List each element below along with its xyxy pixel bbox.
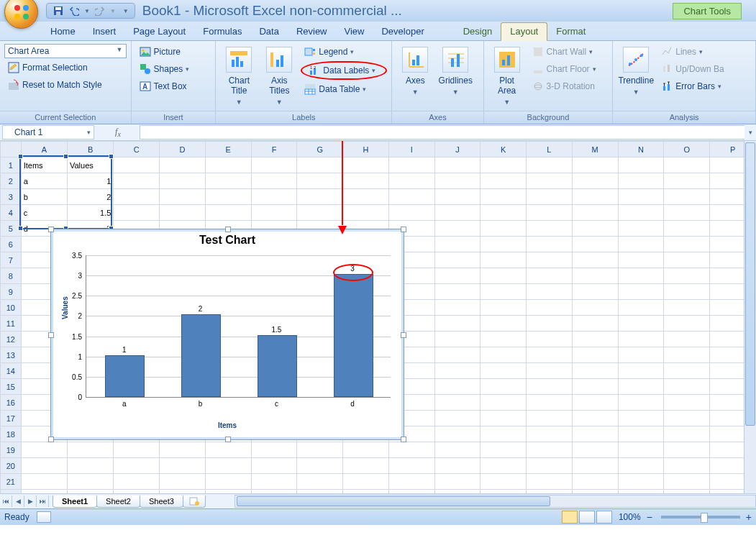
- error-bars-button[interactable]: Error Bars: [657, 78, 727, 94]
- row-header[interactable]: 6: [1, 237, 22, 252]
- column-header[interactable]: A: [21, 142, 67, 157]
- tab-data[interactable]: Data: [250, 23, 287, 40]
- undo-icon[interactable]: [68, 5, 80, 17]
- chart-title[interactable]: Test Chart: [57, 234, 398, 247]
- row-header[interactable]: 12: [1, 332, 22, 347]
- axes-button[interactable]: Axes▼: [396, 44, 434, 111]
- tab-page-layout[interactable]: Page Layout: [124, 23, 194, 40]
- qat-customize-icon[interactable]: ▼: [123, 8, 129, 14]
- row-header[interactable]: 5: [1, 221, 22, 237]
- column-header[interactable]: L: [527, 142, 573, 157]
- view-page-break-button[interactable]: [596, 511, 612, 524]
- formula-bar-expand-icon[interactable]: ▾: [744, 129, 756, 136]
- redo-dropdown-icon[interactable]: ▼: [110, 8, 116, 14]
- plot-area-button[interactable]: Plot Area▼: [488, 44, 526, 111]
- zoom-out-button[interactable]: −: [647, 511, 652, 523]
- row-header[interactable]: 10: [1, 300, 22, 316]
- undo-dropdown-icon[interactable]: ▼: [84, 8, 90, 14]
- picture-button[interactable]: Picture: [136, 44, 193, 60]
- format-selection-button[interactable]: Format Selection: [4, 60, 127, 76]
- tab-layout[interactable]: Layout: [501, 22, 547, 41]
- sheet-tab[interactable]: Sheet2: [96, 496, 140, 508]
- axis-titles-button[interactable]: Axis Titles▼: [260, 44, 298, 111]
- trendline-button[interactable]: Trendline▼: [617, 44, 655, 111]
- row-header[interactable]: 1: [1, 157, 22, 173]
- cell[interactable]: 2: [67, 189, 113, 205]
- chart-title-button[interactable]: Chart Title▼: [220, 44, 258, 111]
- shapes-button[interactable]: Shapes: [136, 61, 193, 77]
- column-header[interactable]: D: [160, 142, 206, 157]
- vertical-scrollbar[interactable]: [744, 141, 756, 493]
- sheet-tab[interactable]: Sheet3: [140, 496, 183, 508]
- tab-developer[interactable]: Developer: [373, 23, 432, 40]
- column-header[interactable]: C: [114, 142, 160, 157]
- row-header[interactable]: 7: [1, 252, 22, 268]
- tab-view[interactable]: View: [336, 23, 373, 40]
- zoom-level[interactable]: 100%: [619, 512, 641, 522]
- text-box-button[interactable]: AText Box: [136, 78, 193, 94]
- column-header[interactable]: B: [67, 142, 113, 157]
- row-header[interactable]: 8: [1, 268, 22, 284]
- chart-data-label[interactable]: 2: [199, 305, 203, 313]
- data-labels-button[interactable]: 1 2Data Labels: [305, 63, 383, 78]
- cell[interactable]: b: [21, 189, 67, 205]
- gridlines-button[interactable]: Gridlines▼: [437, 44, 474, 111]
- row-header[interactable]: 21: [1, 474, 22, 490]
- view-normal-button[interactable]: [562, 511, 578, 524]
- row-header[interactable]: 2: [1, 173, 22, 189]
- reset-to-match-style-button[interactable]: Reset to Match Style: [4, 77, 127, 93]
- macro-record-icon[interactable]: [37, 511, 51, 523]
- row-header[interactable]: 20: [1, 458, 22, 474]
- sheet-tab[interactable]: Sheet1: [53, 496, 97, 508]
- sheet-nav-prev[interactable]: ◀: [12, 496, 24, 507]
- tab-home[interactable]: Home: [42, 23, 84, 40]
- legend-button[interactable]: Legend: [301, 44, 387, 60]
- name-box[interactable]: Chart 1: [2, 125, 94, 140]
- sheet-nav-next[interactable]: ▶: [24, 496, 37, 507]
- tab-review[interactable]: Review: [288, 23, 336, 40]
- chart-x-axis-label[interactable]: Items: [218, 421, 237, 429]
- column-header[interactable]: I: [388, 142, 434, 157]
- row-header[interactable]: 4: [1, 205, 22, 221]
- sheet-nav-last[interactable]: ⏭: [37, 496, 49, 507]
- column-header[interactable]: K: [481, 142, 527, 157]
- chart-data-label[interactable]: 1.5: [271, 326, 281, 334]
- sheet-nav-first[interactable]: ⏮: [0, 496, 12, 507]
- column-header[interactable]: N: [618, 142, 664, 157]
- select-all-cell[interactable]: [1, 142, 22, 157]
- tab-formulas[interactable]: Formulas: [194, 23, 250, 40]
- view-page-layout-button[interactable]: [579, 511, 595, 524]
- row-header[interactable]: 11: [1, 316, 22, 332]
- chart-element-selector[interactable]: Chart Area▼: [4, 44, 127, 58]
- zoom-in-button[interactable]: +: [746, 511, 752, 523]
- chart-y-axis-label[interactable]: Values: [61, 296, 69, 319]
- tab-insert[interactable]: Insert: [84, 23, 125, 40]
- column-header[interactable]: M: [572, 142, 618, 157]
- cell[interactable]: c: [21, 205, 67, 221]
- cell[interactable]: 1: [67, 173, 113, 189]
- chart-bar[interactable]: [334, 274, 373, 397]
- column-header[interactable]: E: [205, 142, 251, 157]
- row-header[interactable]: 3: [1, 189, 22, 205]
- row-header[interactable]: 22: [1, 490, 22, 494]
- column-header[interactable]: G: [297, 142, 343, 157]
- column-header[interactable]: F: [251, 142, 297, 157]
- tab-design[interactable]: Design: [455, 23, 501, 40]
- row-header[interactable]: 9: [1, 284, 22, 300]
- data-table-button[interactable]: Data Table: [301, 81, 387, 97]
- column-header[interactable]: H: [343, 142, 389, 157]
- cell[interactable]: 1.5: [67, 205, 113, 221]
- redo-icon[interactable]: [94, 5, 106, 17]
- column-header[interactable]: O: [664, 142, 710, 157]
- horizontal-scrollbar[interactable]: [234, 495, 756, 508]
- embedded-chart[interactable]: Test Chart Values Items 00.511.522.533.5…: [50, 229, 404, 440]
- row-header[interactable]: 15: [1, 379, 22, 395]
- chart-bar[interactable]: [258, 335, 297, 397]
- chart-bar[interactable]: [105, 355, 145, 397]
- chart-data-label[interactable]: 1: [122, 346, 127, 354]
- column-header[interactable]: J: [434, 142, 481, 157]
- row-header[interactable]: 16: [1, 395, 22, 411]
- row-header[interactable]: 19: [1, 442, 22, 458]
- cell[interactable]: a: [21, 173, 67, 189]
- save-icon[interactable]: [53, 5, 64, 17]
